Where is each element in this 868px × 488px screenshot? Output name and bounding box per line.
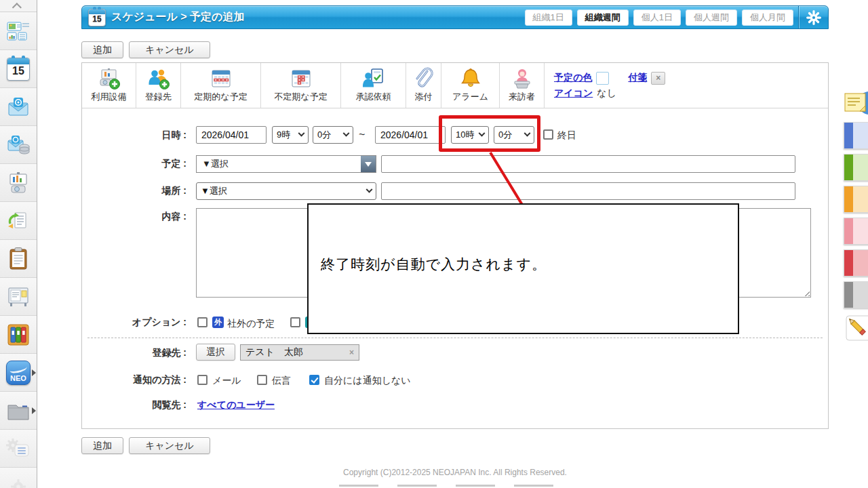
sidebar-item-webmail[interactable] bbox=[0, 88, 37, 126]
sidebar-item-bulletin[interactable] bbox=[0, 278, 37, 316]
calendar-irregular-icon bbox=[290, 67, 313, 90]
toolbar-registrant-button[interactable]: 登録先 bbox=[136, 63, 181, 108]
plan-label: 予定 : bbox=[83, 158, 186, 170]
fusen-edit-button[interactable] bbox=[844, 313, 868, 343]
form-toolbar: 利用設備 登録先 定 bbox=[82, 63, 828, 108]
swatch-dark bbox=[844, 250, 853, 276]
allday-checkbox[interactable] bbox=[543, 129, 553, 140]
swatch-light bbox=[853, 155, 868, 180]
app-sidebar: 15 bbox=[0, 0, 37, 488]
sidebar-scroll-up-button[interactable] bbox=[0, 0, 37, 12]
sticky-note-button[interactable] bbox=[844, 88, 868, 118]
binders-shelf-icon bbox=[6, 323, 31, 347]
toolbar-visitor-button[interactable]: 来訪者 bbox=[500, 63, 545, 108]
outside-plan-checkbox[interactable] bbox=[197, 317, 208, 327]
chevron-up-icon bbox=[12, 3, 22, 12]
toolbar-recurring-button[interactable]: 定期的な予定 bbox=[181, 63, 261, 108]
datetime-label: 日時 : bbox=[83, 129, 186, 142]
fusen-color-orange[interactable] bbox=[844, 186, 868, 213]
chevron-down-icon bbox=[343, 129, 350, 136]
fusen-link[interactable]: 付箋 bbox=[628, 72, 647, 84]
choose-registrant-button[interactable]: 選択 bbox=[196, 344, 235, 361]
settings-button[interactable] bbox=[798, 6, 828, 28]
section-divider bbox=[87, 338, 823, 338]
place-select[interactable]: ▼選択 bbox=[196, 182, 376, 200]
view-switcher: 組織1日 組織週間 個人1日 個人週間 個人月間 bbox=[525, 6, 828, 28]
audience-label: 閲覧先 : bbox=[83, 399, 186, 411]
page-title: スケジュール > 予定の追加 bbox=[111, 10, 244, 24]
swatch-dark bbox=[844, 186, 853, 212]
options-label: オプション : bbox=[83, 317, 186, 329]
notify-self-checkbox[interactable] bbox=[309, 375, 319, 385]
plan-color-link[interactable]: 予定の色 bbox=[554, 72, 592, 84]
end-date-input[interactable]: 2026/04/01 bbox=[375, 126, 446, 144]
equipment-add-icon bbox=[98, 67, 121, 90]
toolbar-facility-button[interactable]: 利用設備 bbox=[82, 63, 136, 108]
view-button-personal-week[interactable]: 個人週間 bbox=[686, 9, 737, 26]
expand-arrow-icon bbox=[32, 369, 36, 376]
view-button-org-week[interactable]: 組織週間 bbox=[577, 9, 629, 26]
fusen-color-blue[interactable] bbox=[844, 122, 868, 149]
sidebar-item-todo[interactable] bbox=[0, 240, 37, 278]
toolbar-alarm-button[interactable]: アラーム bbox=[441, 63, 500, 108]
cancel-button-top[interactable]: キャンセル bbox=[129, 41, 210, 58]
neo-icon: NEO bbox=[6, 361, 31, 385]
fusen-color-gray[interactable] bbox=[844, 281, 868, 308]
notify-message-checkbox[interactable] bbox=[257, 375, 267, 385]
fusen-color-pink[interactable] bbox=[844, 218, 868, 245]
fusen-color-green[interactable] bbox=[844, 154, 868, 181]
swatch-light bbox=[853, 282, 868, 308]
outside-badge: 外 bbox=[212, 317, 224, 328]
highlight-red-box bbox=[439, 115, 540, 152]
sidebar-item-mail-store[interactable] bbox=[0, 126, 37, 164]
icon-link[interactable]: アイコン bbox=[554, 87, 593, 100]
view-button-personal-month[interactable]: 個人月間 bbox=[742, 9, 793, 26]
folder-icon bbox=[6, 400, 31, 422]
notify-mail-checkbox[interactable] bbox=[197, 375, 208, 385]
swatch-dark bbox=[844, 123, 853, 148]
circulation-document-icon bbox=[6, 209, 31, 233]
fusen-remove-button[interactable]: × bbox=[651, 72, 665, 85]
swatch-dark bbox=[844, 218, 853, 244]
footer-links-partial bbox=[339, 485, 553, 487]
start-hour-select[interactable]: 9時 bbox=[272, 126, 309, 144]
start-minute-select[interactable]: 0分 bbox=[313, 126, 353, 144]
place-label: 場所 : bbox=[83, 185, 186, 197]
plan-color-swatch[interactable] bbox=[596, 72, 609, 85]
toolbar-approval-button[interactable]: 承認依頼 bbox=[341, 63, 406, 108]
gear-icon bbox=[8, 476, 28, 488]
sidebar-item-schedule[interactable]: 15 bbox=[0, 50, 37, 88]
chevron-down-icon bbox=[366, 186, 373, 192]
plan-select[interactable]: ▼選択 bbox=[196, 155, 376, 173]
fusen-color-red[interactable] bbox=[844, 249, 868, 277]
visitor-icon bbox=[511, 67, 534, 90]
sidebar-item-neo[interactable]: NEO bbox=[0, 354, 37, 392]
add-button-top[interactable]: 追加 bbox=[81, 41, 123, 58]
audience-link[interactable]: すべてのユーザー bbox=[197, 399, 275, 411]
pencil-icon bbox=[844, 313, 868, 343]
sidebar-item-settings[interactable] bbox=[0, 468, 37, 488]
view-button-personal-day[interactable]: 個人1日 bbox=[633, 9, 681, 26]
place-text-input[interactable] bbox=[381, 182, 795, 200]
sidebar-item-portal[interactable] bbox=[0, 12, 37, 50]
remove-registrant-button[interactable]: × bbox=[342, 348, 354, 357]
notify-self-label: 自分には通知しない bbox=[324, 375, 411, 387]
annotation-tooltip: 終了時刻が自動で入力されます。 bbox=[307, 203, 739, 334]
sidebar-item-folder[interactable] bbox=[0, 392, 37, 430]
sidebar-item-menu-settings[interactable] bbox=[0, 430, 37, 468]
schedule-calendar-icon: 15 bbox=[7, 58, 30, 81]
sidebar-item-cabinet[interactable] bbox=[0, 316, 37, 354]
plan-text-input[interactable] bbox=[381, 155, 795, 173]
bulletin-board-icon bbox=[6, 285, 31, 309]
second-option-checkbox[interactable] bbox=[290, 317, 300, 327]
sidebar-item-workflow[interactable] bbox=[0, 202, 37, 240]
add-button-bottom[interactable]: 追加 bbox=[81, 437, 123, 454]
sidebar-item-facility[interactable] bbox=[0, 164, 37, 202]
toolbar-irregular-button[interactable]: 不定期な予定 bbox=[261, 63, 341, 108]
start-date-input[interactable]: 2026/04/01 bbox=[196, 126, 267, 144]
toolbar-attach-button[interactable]: 添付 bbox=[406, 63, 441, 108]
dropdown-button[interactable] bbox=[361, 156, 376, 172]
cancel-button-bottom[interactable]: キャンセル bbox=[129, 437, 210, 454]
resize-grip[interactable] bbox=[802, 289, 810, 296]
view-button-org-day[interactable]: 組織1日 bbox=[525, 9, 572, 26]
